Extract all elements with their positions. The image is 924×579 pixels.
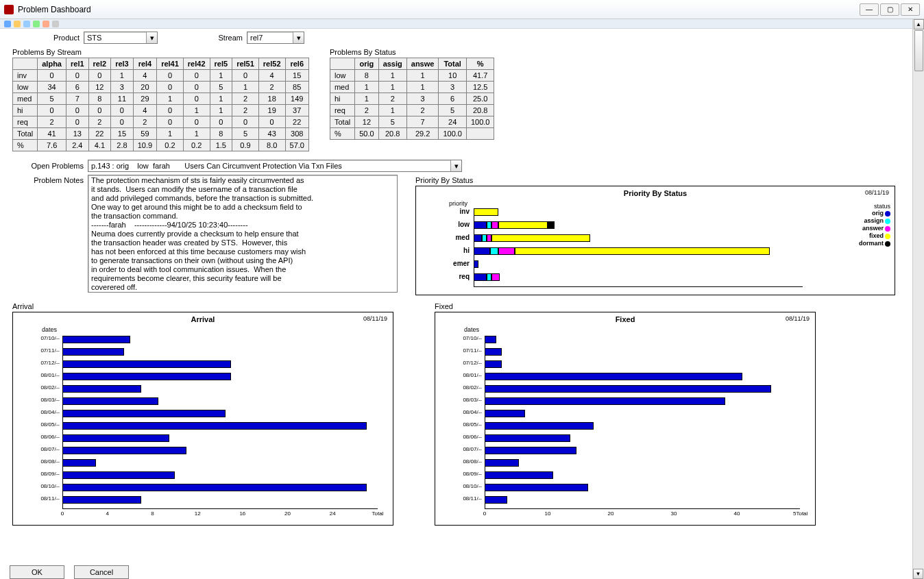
minimize-button[interactable]: —	[860, 3, 879, 16]
bar	[485, 336, 496, 343]
bar-segment	[474, 234, 482, 242]
problem-notes-label: Problem Notes	[12, 175, 88, 295]
legend-item: assign	[859, 217, 890, 225]
y-tick-label: 08/02/--	[35, 384, 60, 391]
bar	[485, 348, 502, 356]
bar	[62, 434, 169, 442]
fixed-section-title: Fixed	[435, 302, 816, 310]
priority-chart-date: 08/11/19	[865, 189, 889, 196]
bar	[62, 410, 226, 417]
y-tick-label: 08/02/--	[457, 384, 482, 391]
fixed-axis-label: dates	[464, 326, 479, 333]
y-tick-label: 08/09/--	[457, 471, 482, 477]
x-tick-label: 16	[236, 510, 250, 517]
y-tick-label: 07/12/--	[35, 360, 60, 366]
y-tick-label: 08/04/--	[35, 409, 60, 415]
bar	[485, 360, 502, 368]
bar	[62, 360, 231, 368]
bar-segment	[474, 247, 490, 255]
table-row: low346123200051285	[13, 82, 309, 93]
priority-chart: Priority By Status 08/11/19 priority sta…	[415, 186, 895, 295]
table-row: req202020000022	[13, 116, 309, 128]
scroll-thumb[interactable]	[914, 30, 923, 71]
arrival-chart-date: 08/11/19	[363, 315, 387, 322]
bar	[62, 447, 186, 454]
bar	[62, 471, 175, 479]
y-tick-label: 08/06/--	[35, 434, 60, 440]
y-tick-label: 08/01/--	[457, 372, 482, 378]
arrival-chart: Arrival 08/11/19 dates 07/10/--07/11/--0…	[12, 312, 393, 526]
y-tick-label: 08/08/--	[457, 458, 482, 465]
y-tick-label: 07/10/--	[457, 335, 482, 341]
fixed-chart-title: Fixed	[435, 312, 815, 323]
y-tick-label: 08/01/--	[35, 372, 60, 378]
chevron-down-icon[interactable]: ▾	[450, 160, 461, 171]
table-row: req212520.8	[330, 105, 494, 116]
table-row: med5781129101218149	[13, 93, 309, 105]
chevron-down-icon[interactable]: ▾	[146, 32, 157, 43]
table-row: med111312.5	[330, 82, 494, 93]
arrival-chart-title: Arrival	[13, 312, 393, 323]
app-icon	[4, 5, 14, 14]
close-button[interactable]: ✕	[901, 3, 920, 16]
bar-segment	[487, 273, 491, 281]
bar	[62, 336, 130, 343]
table-header: %	[466, 58, 494, 70]
y-tick-label: 08/06/--	[457, 434, 482, 440]
bar	[485, 373, 742, 380]
window-title: Problem Dashboard	[18, 5, 91, 14]
bar-segment	[491, 273, 500, 281]
priority-section-title: Priority By Status	[415, 176, 912, 184]
table-header: alpha	[38, 58, 66, 70]
stream-label: Stream	[158, 34, 247, 42]
fixed-chart: Fixed 08/11/19 dates 07/10/--07/11/--07/…	[435, 312, 816, 526]
vertical-scrollbar[interactable]: ▲ ▼	[912, 19, 924, 579]
y-tick-label: 08/05/--	[457, 421, 482, 428]
x-tick-label: 20	[604, 510, 618, 517]
table-header: orig	[355, 58, 378, 70]
stream-value: rel7	[247, 34, 265, 42]
y-tick-label: 07/12/--	[457, 360, 482, 366]
x-tick-label: 24	[326, 510, 339, 517]
y-tick-label: 08/03/--	[35, 397, 60, 403]
product-combo[interactable]: STS ▾	[84, 32, 158, 44]
cancel-button[interactable]: Cancel	[74, 565, 129, 579]
arrival-section-title: Arrival	[12, 302, 393, 310]
priority-chart-title: Priority By Status	[416, 186, 895, 197]
table-row: hi0000401121937	[13, 105, 309, 116]
x-tick-label: 5Total	[793, 510, 807, 517]
product-label: Product	[47, 34, 84, 42]
table-header: rel2	[88, 58, 111, 70]
stream-combo[interactable]: rel7 ▾	[247, 32, 304, 44]
ok-button[interactable]: OK	[10, 565, 64, 579]
stream-table: alpharel1rel2rel3rel4rel41rel42rel5rel51…	[12, 58, 309, 151]
y-tick-label: emer	[445, 260, 470, 267]
table-row: Total125724100.0	[330, 116, 494, 128]
y-tick-label: req	[445, 273, 470, 280]
y-tick-label: 07/10/--	[35, 335, 60, 341]
priority-axis-label: priority	[449, 200, 467, 207]
chevron-down-icon[interactable]: ▾	[293, 32, 304, 43]
table-header: assig	[378, 58, 406, 70]
table-header: rel4	[133, 58, 156, 70]
table-header: rel52	[258, 58, 285, 70]
table-header: rel51	[232, 58, 259, 70]
scroll-up-icon[interactable]: ▲	[914, 19, 924, 29]
table-header: rel1	[66, 58, 88, 70]
open-problems-combo[interactable]: p.143 : orig low farah Users Can Circumv…	[88, 160, 462, 172]
table-row: inv000140010415	[13, 70, 309, 82]
bar-segment	[487, 221, 491, 229]
table-row: hi123625.0	[330, 93, 494, 105]
bar	[485, 496, 507, 504]
maximize-button[interactable]: ▢	[880, 3, 899, 16]
bar-segment	[548, 221, 555, 229]
problem-notes-textarea[interactable]: The protection mechanism of sts is fairl…	[88, 175, 398, 293]
bar-segment	[490, 247, 498, 255]
x-tick-label: 30	[667, 510, 681, 517]
y-tick-label: 08/09/--	[35, 471, 60, 477]
open-problems-label: Open Problems	[26, 162, 88, 170]
x-tick-label: 4	[101, 510, 114, 517]
scroll-down-icon[interactable]: ▼	[913, 569, 923, 579]
bar-segment	[491, 221, 498, 229]
y-tick-label: low	[445, 221, 470, 228]
